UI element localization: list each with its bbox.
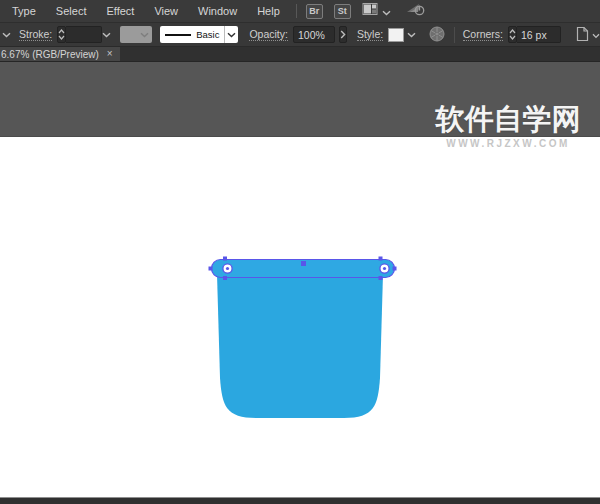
menu-select[interactable]: Select [46,0,97,22]
style-label[interactable]: Style: [357,28,383,41]
document-setup-icon [575,26,590,44]
chevron-down-icon [592,29,600,41]
recolor-artwork-icon [428,25,446,45]
document-tab-label: 6.67% (RGB/Preview) [1,49,99,60]
status-bar [0,497,600,504]
stroke-weight-input[interactable] [66,26,102,43]
workspace-switcher-button[interactable] [362,2,391,20]
bucket-body-shape[interactable] [217,274,383,418]
menu-separator [296,4,297,18]
control-bar: Stroke: Basic Opacity: Style: [0,23,600,47]
corners-stepper[interactable] [508,26,517,43]
pasteboard [0,62,600,137]
stock-button[interactable]: St [334,4,351,19]
close-icon[interactable]: × [107,49,113,59]
corners-input[interactable] [517,26,561,43]
graphic-style-dropdown[interactable] [388,26,419,43]
menu-type[interactable]: Type [2,0,46,22]
opacity-label[interactable]: Opacity: [249,28,288,41]
menu-view[interactable]: View [144,0,188,22]
corners-label[interactable]: Corners: [463,28,503,41]
menu-effect[interactable]: Effect [96,0,144,22]
shape-properties-button[interactable] [575,26,600,44]
bucket-rim-shape[interactable] [212,260,395,278]
document-tab-bar: 6.67% (RGB/Preview) × [0,47,600,62]
stroke-label[interactable]: Stroke: [19,28,52,41]
illustrator-window: Type Select Effect View Window Help Br S… [0,0,600,504]
brush-definition-dropdown[interactable]: Basic [160,26,238,43]
stroke-weight-dropdown-chevron[interactable] [102,26,111,43]
document-tab[interactable]: 6.67% (RGB/Preview) × [0,47,120,61]
chevron-down-icon[interactable] [404,26,419,43]
width-profile-dropdown [120,26,152,43]
opacity-options-button[interactable] [339,26,347,43]
options-separator [454,27,455,43]
recolor-artwork-button[interactable] [428,25,446,45]
workspace-layout-icon [362,2,378,20]
chevron-down-icon [382,2,391,20]
stroke-weight-stepper[interactable] [57,26,66,43]
fill-dropdown-chevron[interactable] [2,26,11,43]
gpu-performance-button[interactable] [405,1,427,21]
brush-name-label: Basic [196,29,219,40]
gpu-performance-icon [405,1,427,21]
style-swatch [388,28,404,42]
menu-bar: Type Select Effect View Window Help Br S… [0,0,600,23]
menu-help[interactable]: Help [247,0,290,22]
menu-window[interactable]: Window [188,0,247,22]
opacity-input[interactable] [293,26,335,43]
bridge-button[interactable]: Br [306,4,323,19]
brush-basic-preview [165,34,191,36]
chevron-down-icon[interactable] [224,26,238,43]
